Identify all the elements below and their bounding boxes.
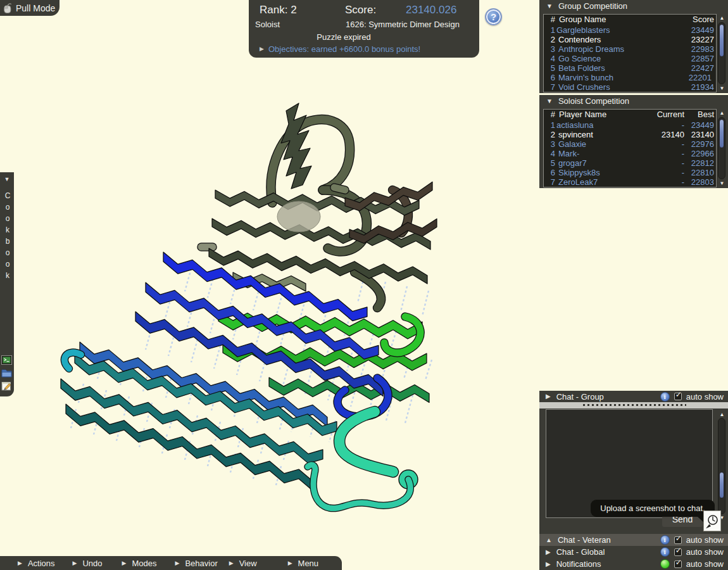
collapse-icon[interactable]: ▼	[0, 177, 14, 182]
player-name-link[interactable]: Mark-	[555, 149, 648, 158]
collapse-icon[interactable]: ▼	[546, 98, 553, 104]
group-competition-header[interactable]: ▼ Group Competition	[539, 0, 728, 12]
rank: 4	[544, 149, 555, 158]
best: 22812	[684, 158, 716, 168]
player-name-link[interactable]: Skippysk8s	[555, 168, 648, 177]
help-button[interactable]: ?	[485, 8, 502, 25]
group-name-link[interactable]: Void Crushers	[555, 82, 683, 92]
group-name-link[interactable]: Anthropic Dreams	[555, 44, 683, 54]
scrollbar[interactable]: ▲ ▼	[717, 14, 727, 92]
score: 22427	[683, 63, 716, 73]
auto-show-checkbox[interactable]: ✓	[674, 548, 682, 556]
objectives-expander[interactable]: ▶ Objectives: earned +6600.0 bonus point…	[260, 44, 420, 54]
scroll-down-icon[interactable]: ▼	[717, 180, 727, 186]
group-leaderboard: # Group Name Score 1Gargleblasters23449 …	[543, 14, 717, 92]
expand-icon[interactable]: ▶	[546, 561, 551, 567]
col-score: Score	[683, 15, 716, 25]
notepad-edit-icon[interactable]	[1, 381, 12, 391]
info-icon[interactable]: i	[660, 392, 670, 402]
protein-viewport[interactable]	[38, 95, 456, 532]
player-name-link[interactable]: grogar7	[555, 158, 648, 168]
menu-modes[interactable]: ▶Modes	[122, 559, 157, 568]
group-name-link[interactable]: Marvin's bunch	[555, 73, 683, 82]
leaderboard-header-row: # Group Name Score	[544, 15, 716, 25]
scroll-thumb[interactable]	[719, 24, 724, 57]
expand-icon[interactable]: ▶	[546, 393, 551, 400]
chat-resize-handle[interactable]	[539, 402, 728, 408]
chat-global-title: Chat - Global	[556, 547, 605, 557]
scroll-thumb[interactable]	[719, 472, 724, 498]
scroll-thumb[interactable]	[719, 119, 724, 148]
notifications-row[interactable]: ▶ Notifications ✓ auto show	[539, 558, 728, 570]
scroll-up-icon[interactable]: ▲	[717, 15, 727, 21]
rank-value: Rank: 2	[260, 4, 297, 16]
group-name-link[interactable]: Contenders	[555, 35, 683, 44]
expand-icon[interactable]: ▶	[546, 549, 551, 555]
cookbook-label: Cookbook	[3, 191, 17, 282]
menu-label: Modes	[132, 559, 156, 568]
collapsed-up-icon[interactable]: ▲	[546, 537, 552, 543]
info-icon[interactable]: i	[660, 535, 670, 545]
current: -	[648, 139, 684, 149]
auto-show-label: auto show	[686, 547, 724, 557]
best: 22976	[684, 139, 716, 149]
table-row: 6Skippysk8s-22810	[544, 168, 716, 177]
scroll-down-icon[interactable]: ▼	[717, 86, 727, 91]
chat-group-header[interactable]: ▶ Chat - Group i ✓ auto show	[539, 391, 728, 402]
collapse-icon[interactable]: ▼	[546, 3, 553, 10]
menu-label: Actions	[28, 559, 55, 568]
group-name-link[interactable]: Beta Folders	[555, 63, 683, 73]
group-competition-title: Group Competition	[558, 1, 627, 11]
auto-show-label: auto show	[686, 559, 724, 569]
table-row: 7ZeroLeak7-22803	[544, 177, 716, 187]
pull-mode-button[interactable]: Pull Mode	[0, 0, 60, 16]
expand-icon: ▶	[175, 560, 180, 566]
auto-show-checkbox[interactable]: ✓	[674, 393, 682, 400]
menu-actions[interactable]: ▶Actions	[18, 559, 55, 568]
chat-veteran-row[interactable]: ▲ Chat - Veteran i ✓ auto show	[539, 534, 728, 546]
auto-show-checkbox[interactable]: ✓	[674, 536, 682, 544]
current: -	[648, 149, 684, 158]
table-row: 3Anthropic Dreams22983	[544, 44, 716, 54]
table-row: 5Beta Folders22427	[544, 63, 716, 73]
scroll-track[interactable]	[718, 117, 725, 179]
rank: 6	[544, 168, 555, 177]
player-name-link[interactable]: ZeroLeak7	[555, 177, 648, 187]
scroll-up-icon[interactable]: ▲	[717, 412, 727, 417]
col-current: Current	[648, 110, 684, 120]
table-row: 4Go Science22857	[544, 54, 716, 63]
menu-menu[interactable]: ▶Menu	[288, 559, 318, 568]
chat-scrollbar[interactable]: ▲ ▼	[717, 410, 727, 522]
group-name-link[interactable]: Go Science	[555, 54, 683, 63]
auto-show-checkbox[interactable]: ✓	[674, 560, 682, 568]
menu-undo[interactable]: ▶Undo	[73, 559, 103, 568]
rank: 3	[544, 44, 555, 54]
screenshot-camera-icon	[705, 512, 720, 530]
upload-screenshot-button[interactable]	[703, 510, 721, 531]
scroll-up-icon[interactable]: ▲	[717, 110, 727, 116]
scroll-track[interactable]	[718, 22, 725, 84]
rank: 5	[544, 63, 555, 73]
table-row: 5grogar7-22812	[544, 158, 716, 168]
menu-view[interactable]: ▶View	[229, 559, 257, 568]
player-name-link[interactable]: spvincent	[555, 130, 648, 139]
player-name-link[interactable]: Galaxie	[555, 139, 648, 149]
chat-group-title: Chat - Group	[556, 392, 604, 402]
chat-global-row[interactable]: ▶ Chat - Global i ✓ auto show	[539, 546, 728, 558]
table-row: 1Gargleblasters23449	[544, 25, 716, 35]
menu-behavior[interactable]: ▶Behavior	[175, 559, 218, 568]
script-terminal-icon[interactable]	[1, 355, 12, 365]
group-name-link[interactable]: Gargleblasters	[555, 25, 683, 35]
recipes-folder-icon[interactable]	[1, 368, 12, 377]
info-icon[interactable]: i	[660, 547, 670, 557]
col-rank: #	[544, 15, 555, 25]
scrollbar[interactable]: ▲ ▼	[717, 109, 727, 187]
soloist-competition-header[interactable]: ▼ Soloist Competition	[539, 95, 728, 107]
scroll-track[interactable]	[718, 418, 725, 514]
expand-icon: ▶	[229, 560, 234, 566]
current: -	[648, 177, 684, 187]
current: -	[648, 168, 684, 177]
rank: 2	[544, 35, 555, 44]
score: 23449	[683, 25, 716, 35]
player-name-link[interactable]: actiasluna	[555, 120, 648, 130]
